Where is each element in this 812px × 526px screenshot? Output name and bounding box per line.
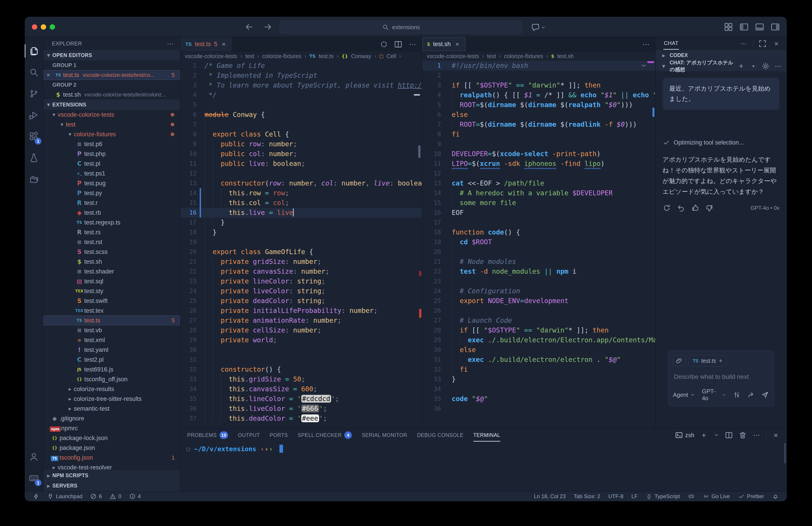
- chat-more-icon[interactable]: ⋯: [739, 39, 748, 48]
- activity-item-run-debug[interactable]: [25, 104, 43, 126]
- tree-file[interactable]: TStsconfig.json1: [43, 453, 180, 463]
- zoom-window-button[interactable]: [50, 24, 55, 30]
- status-eol[interactable]: LF: [632, 493, 638, 499]
- new-chat-icon[interactable]: +: [737, 62, 745, 70]
- chat-expand-icon[interactable]: [758, 39, 767, 48]
- chat-panel-title[interactable]: CHAT: [663, 38, 679, 50]
- status-warnings[interactable]: 0: [110, 493, 121, 500]
- thumbs-down-icon[interactable]: [705, 204, 714, 212]
- tab-close-icon[interactable]: ×: [454, 41, 461, 48]
- tree-folder[interactable]: ▾vscode-colorize-tests: [43, 110, 180, 120]
- thread-more-icon[interactable]: ⋯: [774, 62, 782, 70]
- layout-sidebar-left-icon[interactable]: [739, 22, 749, 32]
- openai-icon[interactable]: [379, 40, 388, 49]
- more-icon[interactable]: ⋯: [408, 40, 417, 49]
- context-chip[interactable]: TS test.ts +: [688, 355, 727, 366]
- tree-file[interactable]: Stest.swift: [43, 296, 180, 306]
- activity-item-folders[interactable]: [25, 169, 43, 190]
- regenerate-icon[interactable]: [663, 204, 671, 212]
- send-icon[interactable]: [761, 391, 769, 399]
- open-editor-item[interactable]: $test.shvscode-colorize-tests/test/color…: [43, 90, 180, 100]
- chevron-down-icon[interactable]: [713, 432, 719, 438]
- status-cursor-position[interactable]: Ln 16, Col 23: [534, 493, 566, 499]
- panel-close-icon[interactable]: ×: [772, 431, 780, 439]
- tree-file[interactable]: ≡test.shader: [43, 267, 180, 276]
- share-arrow-icon[interactable]: [747, 391, 755, 399]
- status-infos[interactable]: 4: [129, 493, 141, 500]
- tree-folder[interactable]: ▸semantic-test: [43, 404, 180, 414]
- status-language-mode[interactable]: {}TypeScript: [646, 493, 680, 500]
- tab-test.sh[interactable]: $test.sh×: [422, 37, 465, 51]
- breadcrumb[interactable]: vscode-colorize-tests›test›colorize-fixt…: [180, 51, 422, 61]
- status-copilot[interactable]: [688, 493, 695, 500]
- section-servers[interactable]: ▸SERVERS: [43, 481, 180, 491]
- tree-file[interactable]: Ptest.pug: [43, 178, 180, 188]
- tree-file[interactable]: ≡test.rst: [43, 237, 180, 247]
- tree-file[interactable]: ▤test.sql: [43, 276, 180, 286]
- split-icon[interactable]: [394, 40, 403, 49]
- tree-folder[interactable]: ▸vscode-test-resolver: [43, 463, 180, 470]
- scrollbar-thumb[interactable]: [784, 443, 786, 463]
- tree-file[interactable]: {}package-lock.json: [43, 433, 180, 443]
- shell-selector[interactable]: zsh: [675, 431, 694, 439]
- tree-file[interactable]: JStest6916.js: [43, 364, 180, 374]
- attach-button[interactable]: [673, 355, 685, 366]
- tools-icon[interactable]: [733, 391, 740, 399]
- tree-folder[interactable]: ▾test: [43, 120, 180, 130]
- chat-close-icon[interactable]: ×: [772, 39, 781, 48]
- panel-tab-ports[interactable]: PORTS: [270, 429, 288, 441]
- terminal-more-icon[interactable]: ⋯: [752, 431, 761, 439]
- activity-item-accounts[interactable]: [25, 446, 43, 467]
- back-icon[interactable]: [244, 22, 254, 32]
- thumbs-up-icon[interactable]: [691, 204, 699, 212]
- tree-file[interactable]: Ctest.pl: [43, 159, 180, 169]
- agent-mode-dropdown[interactable]: Agent: [673, 391, 695, 399]
- layout-grid-icon[interactable]: [724, 22, 733, 32]
- status-go-live[interactable]: Go Live: [702, 493, 730, 500]
- activity-item-testing[interactable]: [25, 147, 43, 169]
- tree-file[interactable]: ≡test.p6: [43, 139, 180, 149]
- tree-file[interactable]: {}package.json: [43, 443, 180, 453]
- status-notifications[interactable]: [772, 493, 779, 500]
- tree-folder[interactable]: ▸colorize-tree-sitter-results: [43, 394, 180, 404]
- code-area[interactable]: 1/* Game of Life2 * Implemented in TypeS…: [180, 61, 422, 428]
- split-terminal-icon[interactable]: [725, 431, 733, 439]
- fold-chevron-icon[interactable]: [640, 62, 647, 69]
- workspace-section[interactable]: ▾EXTENSIONS: [43, 100, 180, 110]
- tree-file[interactable]: Rtest.r: [43, 198, 180, 208]
- activity-item-extensions[interactable]: 1: [25, 126, 43, 147]
- tree-file[interactable]: ≡test.vb: [43, 325, 180, 335]
- tree-file[interactable]: TEXtest.sty: [43, 286, 180, 296]
- explorer-more-icon[interactable]: ⋯: [167, 40, 174, 48]
- tree-file[interactable]: >_test.ps1: [43, 169, 180, 178]
- code-area[interactable]: 1#!/usr/bin/env bash23if [[ "$OSTYPE" ==…: [422, 61, 655, 428]
- tree-file[interactable]: TStest.regexp.ts: [43, 217, 180, 227]
- activity-item-search[interactable]: [25, 62, 43, 83]
- close-window-button[interactable]: [32, 24, 37, 30]
- tree-file[interactable]: Ptest.php: [43, 149, 180, 159]
- kill-terminal-icon[interactable]: [738, 431, 747, 439]
- tree-folder[interactable]: ▾colorize-fixtures: [43, 130, 180, 139]
- tab-close-icon[interactable]: ×: [220, 41, 227, 48]
- tree-folder[interactable]: ▸colorize-results: [43, 384, 180, 394]
- panel-tab-spell-checker[interactable]: SPELL CHECKER4: [298, 429, 352, 441]
- breadcrumb[interactable]: vscode-colorize-tests›test›colorize-fixt…: [422, 51, 655, 61]
- activity-item-explorer[interactable]: [25, 40, 43, 62]
- activity-item-source-control[interactable]: [25, 83, 43, 104]
- forward-icon[interactable]: [263, 22, 273, 32]
- tree-file[interactable]: Stest.scss: [43, 247, 180, 257]
- open-editors-section[interactable]: ▾OPEN EDITORS: [43, 50, 180, 60]
- tree-file[interactable]: »test.xml: [43, 335, 180, 345]
- status-errors[interactable]: 6: [90, 493, 102, 500]
- status-launchpad[interactable]: Launchpad: [47, 493, 83, 500]
- settings-gear-icon[interactable]: [762, 62, 770, 70]
- tree-file[interactable]: Ptest.py: [43, 188, 180, 198]
- more-icon[interactable]: ⋯: [641, 40, 650, 49]
- panel-tab-debug-console[interactable]: DEBUG CONSOLE: [417, 429, 463, 441]
- tree-file[interactable]: ◆test.rb: [43, 208, 180, 217]
- tree-file[interactable]: ◆.gitignore: [43, 414, 180, 423]
- tree-file[interactable]: {}tsconfig_off.json: [43, 374, 180, 384]
- tree-file[interactable]: $test.sh: [43, 257, 180, 267]
- layout-sidebar-right-icon[interactable]: [770, 22, 780, 32]
- command-center-search[interactable]: extensions: [279, 21, 522, 34]
